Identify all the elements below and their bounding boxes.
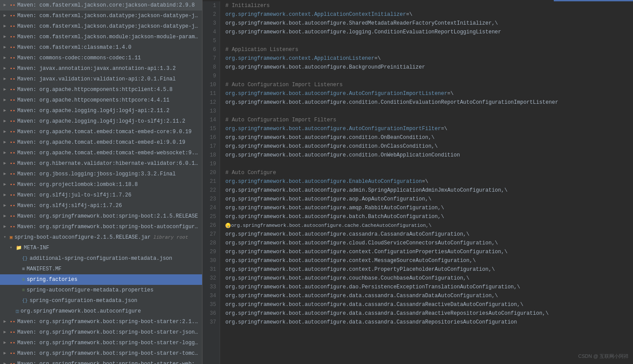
tree-item-spring-factories[interactable]: ⚙ spring.factories (0, 274, 202, 285)
expand-arrow: ▶ (4, 43, 10, 52)
tree-item-org-springframework-boot-autoconfigure[interactable]: ◫ org.springframework.boot.autoconfigure (0, 306, 202, 317)
line-number-11: 11 (206, 89, 216, 98)
expand-arrow: ▶ (4, 317, 10, 326)
maven-icon: ▪▪ (10, 127, 15, 136)
tree-item-maven-tomcat-core[interactable]: ▶ ▪▪ Maven: org.apache.tomcat.embed:tomc… (0, 127, 202, 137)
tree-item-label: META-INF (24, 244, 49, 252)
code-line-36: org.springframework.boot.autoconfigure.d… (225, 309, 633, 318)
line-number-15: 15 (206, 124, 216, 133)
line-number-32: 32 (206, 274, 216, 283)
expand-arrow: ▶ (4, 201, 10, 210)
maven-icon: ▪▪ (10, 180, 15, 189)
maven-icon: ▪▪ (10, 360, 15, 364)
tree-item-maven-jboss-logging[interactable]: ▶ ▪▪ Maven: org.jboss.logging:jboss-logg… (0, 169, 202, 179)
tree-item-maven-spring-boot-starter-tomcat[interactable]: ▶ ▪▪ Maven: org.springframework.boot:spr… (0, 348, 202, 359)
tree-item-maven-jackson-jdk8[interactable]: ▶ ▪▪ Maven: com.fasterxml.jackson.dataty… (0, 11, 202, 21)
maven-icon: ▪▪ (10, 85, 15, 94)
tree-item-maven-tomcat-el[interactable]: ▶ ▪▪ Maven: org.apache.tomcat.embed:tomc… (0, 137, 202, 148)
code-line-33: org.springframework.boot.autoconfigure.d… (225, 283, 633, 291)
expand-arrow: ▶ (4, 75, 10, 84)
expand-arrow: ▶ (4, 349, 10, 358)
line-number-9: 9 (206, 72, 216, 80)
line-number-10: 10 (206, 80, 216, 89)
line-number-29: 29 (206, 248, 216, 256)
tree-item-maven-slf4j-api[interactable]: ▶ ▪▪ Maven: org.slf4j:slf4j-api:1.7.26 (0, 200, 202, 211)
watermark: CSDN @ 互联网小阿祥 (578, 353, 629, 360)
tree-item-manifest[interactable]: ≡ MANIFEST.MF (0, 264, 202, 274)
tree-item-spring-autoconfigure-metadata[interactable]: ≡ spring-autoconfigure-metadata.properti… (0, 285, 202, 295)
value-text: org.springframework.boot.autoconfigure.c… (225, 258, 476, 264)
tree-item-maven-classmate[interactable]: ▶ ▪▪ Maven: com.fasterxml:classmate:1.4.… (0, 42, 202, 53)
code-line-9 (225, 72, 633, 80)
maven-icon: ▪▪ (10, 149, 15, 157)
value-text: org.springframework.boot.autoconfigure.c… (225, 266, 495, 273)
tree-item-label: Maven: org.springframework.boot:spring-b… (17, 349, 200, 358)
code-line-21: org.springframework.boot.autoconfigure.E… (225, 177, 633, 186)
expand-arrow: ▶ (4, 106, 10, 115)
tree-item-maven-httpclient[interactable]: ▶ ▪▪ Maven: org.apache.httpcomponents:ht… (0, 84, 202, 95)
line-number-37: 37 (206, 318, 216, 327)
tree-item-maven-log4j-slf4j[interactable]: ▶ ▪▪ Maven: org.apache.logging.log4j:log… (0, 116, 202, 127)
tree-item-maven-spring-boot-starter-logging[interactable]: ▶ ▪▪ Maven: org.springframework.boot:spr… (0, 338, 202, 348)
tree-item-maven-jackson-parameter[interactable]: ▶ ▪▪ Maven: com.fasterxml.jackson.module… (0, 32, 202, 42)
line-number-5: 5 (206, 36, 216, 45)
tree-item-label: spring-autoconfigure-metadata.properties (27, 286, 154, 295)
code-line-19 (225, 160, 633, 168)
tree-item-maven-log4j-api[interactable]: ▶ ▪▪ Maven: org.apache.logging.log4j:log… (0, 106, 202, 116)
tree-item-meta-inf[interactable]: ▾ 📁 META-INF (0, 243, 202, 253)
tree-item-maven-javax-annotation[interactable]: ▶ ▪▪ Maven: javax.annotation:javax.annot… (0, 63, 202, 74)
code-line-10: # Auto Configuration Import Listeners (225, 80, 633, 89)
tree-item-maven-lombok[interactable]: ▶ ▪▪ Maven: org.projectlombok:lombok:1.1… (0, 179, 202, 190)
tree-item-maven-spring-boot-starter-json[interactable]: ▶ ▪▪ Maven: org.springframework.boot:spr… (0, 327, 202, 338)
tree-item-label: Maven: org.hibernate.validator:hibernate… (17, 159, 200, 168)
tree-item-label: Maven: org.slf4j:jul-to-slf4j:1.7.26 (17, 191, 131, 200)
code-line-29: org.springframework.boot.autoconfigure.c… (225, 248, 633, 256)
tree-item-label: MANIFEST.MF (27, 265, 62, 273)
tree-item-maven-spring-boot-starter[interactable]: ▶ ▪▪ Maven: org.springframework.boot:spr… (0, 317, 202, 327)
comment-text: # Auto Configure (225, 170, 276, 176)
code-line-25: org.springframework.boot.autoconfigure.b… (225, 212, 633, 221)
file-tree-sidebar[interactable]: ▶ ▪▪ Maven: com.fasterxml.jackson.core:j… (0, 0, 202, 364)
tree-item-spring-configuration-metadata[interactable]: {} spring-configuration-metadata.json (0, 295, 202, 306)
maven-icon: ▪▪ (10, 1, 15, 10)
tree-item-maven-validation-api[interactable]: ▶ ▪▪ Maven: javax.validation:validation-… (0, 74, 202, 84)
expand-arrow: ▶ (4, 191, 10, 200)
tree-item-label: spring.factories (27, 275, 77, 284)
key-text: org.springframework.context.ApplicationC… (225, 11, 406, 18)
value-text: org.springframework.boot.autoconfigure.b… (225, 214, 444, 220)
line-number-13: 13 (206, 107, 216, 116)
maven-icon: ▪▪ (10, 191, 15, 200)
tree-item-maven-jackson-jsr310[interactable]: ▶ ▪▪ Maven: com.fasterxml.jackson.dataty… (0, 21, 202, 32)
value-text: org.springframework.boot.autoconfigure.d… (225, 284, 520, 290)
tree-item-maven-spring-boot[interactable]: ▶ ▪▪ Maven: org.springframework.boot:spr… (0, 211, 202, 222)
tree-item-maven-commons-codec[interactable]: ▶ ▪▪ Maven: commons-codec:commons-codec:… (0, 53, 202, 63)
key-text: org.springframework.context.ApplicationL… (225, 55, 374, 62)
tree-item-maven-tomcat-websocket[interactable]: ▶ ▪▪ Maven: org.apache.tomcat.embed:tomc… (0, 148, 202, 158)
expand-arrow: ▶ (4, 11, 10, 20)
tree-item-maven-httpcore[interactable]: ▶ ▪▪ Maven: org.apache.httpcomponents:ht… (0, 95, 202, 106)
tree-item-jar-spring-boot-autoconfigure[interactable]: ▾ ▣ spring-boot-autoconfigure-2.1.5.RELE… (0, 232, 202, 243)
maven-icon: ▪▪ (10, 317, 15, 326)
line-number-7: 7 (206, 54, 216, 63)
maven-icon: ▪▪ (10, 117, 15, 126)
maven-icon: ▪▪ (10, 159, 15, 168)
comment-text: # Auto Configuration Import Filters (225, 117, 336, 123)
expand-arrow: ▶ (4, 33, 10, 41)
maven-icon: ▪▪ (10, 328, 15, 337)
line-number-1: 1 (206, 1, 216, 10)
expand-arrow: ▶ (4, 360, 10, 364)
code-line-24: org.springframework.boot.autoconfigure.a… (225, 204, 633, 212)
tree-item-label: Maven: com.fasterxml:classmate:1.4.0 (17, 43, 131, 52)
tree-item-maven-spring-boot-starter-web[interactable]: ▶ ▪▪ Maven: org.springframework.boot:spr… (0, 359, 202, 364)
tree-item-label: Maven: org.jboss.logging:jboss-logging:3… (17, 170, 176, 178)
tree-item-maven-spring-boot-autoconfigure[interactable]: ▶ ▪▪ Maven: org.springframework.boot:spr… (0, 222, 202, 232)
code-line-20: # Auto Configure (225, 168, 633, 177)
tree-item-additional-spring-config[interactable]: {} additional-spring-configuration-metad… (0, 253, 202, 264)
line-number-31: 31 (206, 265, 216, 274)
tree-item-maven-hibernate-validator[interactable]: ▶ ▪▪ Maven: org.hibernate.validator:hibe… (0, 158, 202, 169)
expand-arrow: ▶ (4, 1, 10, 10)
tree-item-label: Maven: com.fasterxml.jackson.datatype:ja… (17, 11, 200, 20)
tree-item-maven-jackson-databind[interactable]: ▶ ▪▪ Maven: com.fasterxml.jackson.core:j… (0, 0, 202, 11)
tree-item-maven-jul-slf4j[interactable]: ▶ ▪▪ Maven: org.slf4j:jul-to-slf4j:1.7.2… (0, 190, 202, 200)
tree-item-label: Maven: org.springframework.boot:spring-b… (17, 339, 200, 347)
